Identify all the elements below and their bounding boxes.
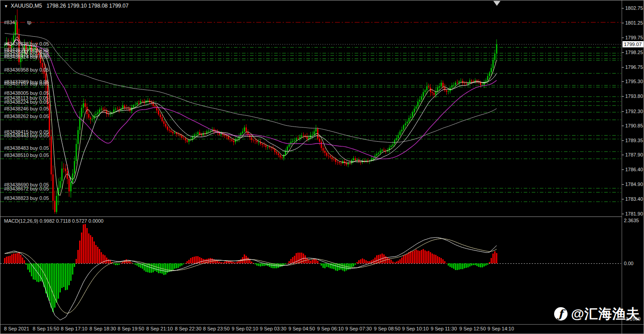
macd-histogram-bar (482, 263, 483, 267)
macd-histogram-bar (376, 255, 377, 263)
time-tick-label[interactable]: 8 Sep 15:50 (33, 326, 59, 331)
macd-histogram-bar (312, 260, 313, 264)
order-lines-layer: #8343 tp (0, 20, 621, 202)
candle-body (158, 110, 159, 114)
chart-plot-area[interactable]: #8343 tp (0, 0, 644, 334)
macd-histogram-bar (61, 263, 63, 288)
candle-body (492, 60, 494, 68)
macd-histogram-bar (310, 261, 311, 263)
candle-body (174, 133, 175, 133)
macd-histogram-bar (20, 255, 21, 263)
order-label: #83436238 buy 0.05 (4, 41, 49, 47)
order-label: #83438262 buy 0.05 (4, 114, 49, 119)
candle-body (210, 131, 211, 131)
time-tick-label[interactable]: 8 Sep 23:50 (203, 326, 229, 331)
macd-histogram-bar (208, 258, 209, 263)
macd-histogram-bar (95, 245, 97, 263)
macd-histogram-bar (458, 263, 460, 270)
candle-body (392, 144, 394, 146)
candle-body (208, 131, 209, 131)
candle-body (140, 101, 141, 102)
candle-body (161, 117, 163, 122)
time-tick-label[interactable]: 9 Sep 10:10 (402, 326, 428, 331)
macd-histogram-bar (83, 224, 84, 264)
candle-body (401, 130, 402, 131)
candle-body (322, 148, 324, 151)
candle-body (51, 136, 52, 174)
time-tick-label[interactable]: 9 Sep 04:50 (288, 326, 315, 331)
candle-body (331, 157, 333, 159)
time-tick-label[interactable]: 8 Sep 21:10 (146, 326, 173, 331)
time-tick-label[interactable]: 9 Sep 14:10 (487, 326, 514, 331)
time-tick-label[interactable]: 8 Sep 22:30 (175, 326, 201, 331)
macd-histogram-bar (120, 263, 122, 263)
macd-histogram-bar (190, 258, 191, 263)
candle-body (269, 147, 270, 148)
macd-histogram-bar (251, 262, 252, 263)
candle-body (335, 159, 336, 162)
time-tick-label[interactable]: 9 Sep 11:30 (431, 326, 457, 331)
candle-body (412, 112, 413, 117)
macd-histogram-bar (58, 263, 59, 299)
candle-body (231, 140, 233, 141)
macd-histogram-bar (358, 260, 360, 263)
time-tick-label[interactable]: 9 Sep 03:30 (260, 326, 286, 331)
time-tick-label[interactable]: 9 Sep 02:10 (232, 326, 258, 331)
candle-body (314, 131, 315, 135)
symbol-dropdown-icon[interactable]: ▼ (4, 4, 8, 8)
candle-body (355, 158, 356, 160)
time-tick-label[interactable]: 8 Sep 18:30 (89, 326, 116, 331)
macd-histogram-bar (324, 263, 326, 268)
macd-histogram-bar (351, 263, 352, 268)
time-tick-label[interactable]: 9 Sep 06:10 (317, 326, 343, 331)
price-tick-mark (622, 184, 624, 185)
macd-histogram-bar (414, 250, 415, 263)
macd-histogram-bar (412, 251, 413, 263)
macd-histogram-bar (169, 263, 170, 272)
candle-body (319, 139, 320, 142)
macd-histogram-bar (151, 263, 152, 273)
candle-body (163, 121, 165, 124)
panel-divider[interactable] (0, 216, 622, 217)
macd-histogram-bar (165, 263, 166, 275)
macd-histogram-bar (424, 250, 426, 263)
candle-body (399, 131, 401, 135)
chart-shift-marker-icon[interactable] (493, 1, 500, 6)
macd-histogram-bar (233, 262, 234, 263)
time-tick-label[interactable]: 8 Sep 17:10 (61, 326, 87, 331)
candle-body (398, 135, 399, 139)
candle-body (179, 135, 181, 135)
candle-body (324, 151, 326, 153)
macd-axis-zero: 0.00 (624, 261, 633, 266)
macd-histogram-bar (408, 252, 410, 263)
macd-histogram-bar (278, 263, 279, 268)
price-axis-divider (622, 0, 622, 334)
macd-histogram-bar (369, 261, 370, 263)
macd-histogram-bar (192, 257, 193, 263)
macd-histogram-bar (54, 263, 55, 308)
macd-histogram-bar (321, 263, 322, 266)
time-tick-label[interactable]: 9 Sep 08:50 (374, 326, 400, 331)
candle-body (451, 85, 453, 88)
macd-histogram-bar (297, 253, 299, 263)
candle-body (489, 72, 490, 76)
macd-histogram-bar (487, 263, 488, 265)
time-tick-label[interactable]: 8 Sep 2021 (4, 326, 29, 331)
macd-histogram-bar (326, 263, 327, 267)
candle-body (455, 83, 456, 85)
price-tick-label: 1795.30 (625, 79, 643, 84)
macd-histogram-bar (396, 262, 397, 263)
candle-body (115, 109, 116, 109)
time-tick-label[interactable]: 8 Sep 19:50 (118, 326, 144, 331)
time-tick-label[interactable]: 9 Sep 07:30 (345, 326, 372, 331)
candle-body (77, 130, 79, 144)
time-tick-label[interactable]: 9 Sep 12:50 (459, 326, 486, 331)
macd-histogram-bar (63, 263, 64, 287)
macd-histogram-bar (256, 263, 258, 266)
candle-body (337, 162, 338, 162)
candle-body (487, 76, 488, 80)
price-tick-mark (622, 126, 624, 126)
candle-body (303, 135, 304, 136)
macd-histogram-bar (181, 263, 182, 266)
candle-body (52, 174, 54, 201)
